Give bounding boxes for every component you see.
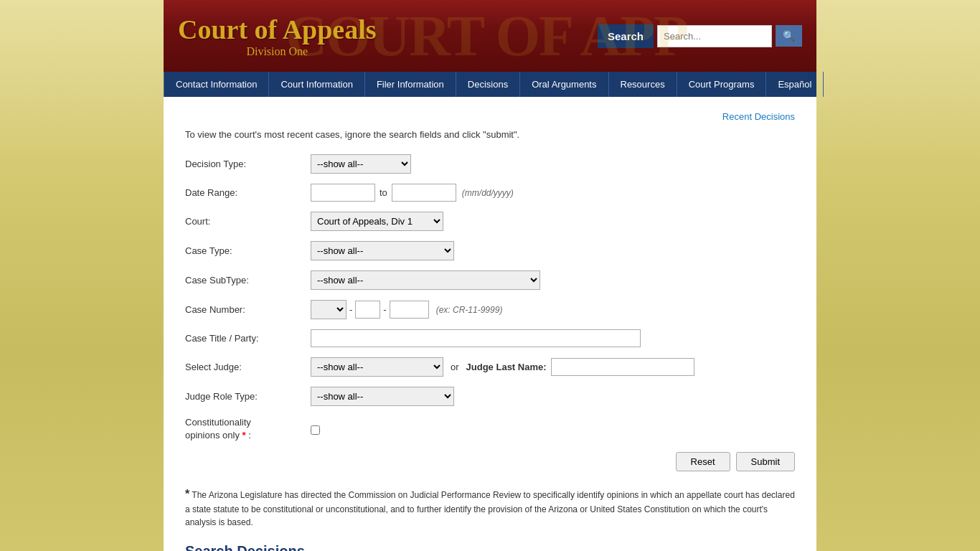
date-from-input[interactable] — [311, 184, 375, 202]
case-subtype-row: Case SubType: --show all-- — [185, 270, 795, 290]
constitutionality-checkbox[interactable] — [311, 425, 320, 435]
recent-decisions-link[interactable]: Recent Decisions — [722, 111, 795, 122]
case-type-select[interactable]: --show all-- — [311, 241, 454, 260]
case-number-mid-input[interactable] — [355, 301, 380, 319]
constitutionality-row: Constitutionality opinions only * : — [185, 416, 795, 442]
recent-decisions-section: Recent Decisions — [185, 111, 795, 122]
nav-court-programs[interactable]: Court Programs — [677, 72, 766, 97]
date-to-input[interactable] — [392, 184, 456, 202]
main-content: Recent Decisions To view the court's mos… — [164, 97, 816, 551]
case-number-label: Case Number: — [185, 304, 311, 315]
case-number-inputs: CR CA CV - - (ex: CR-11-9999) — [311, 300, 502, 319]
judge-role-label: Judge Role Type: — [185, 391, 311, 402]
judge-last-name-input[interactable] — [551, 358, 694, 376]
select-judge-row: Select Judge: --show all-- or Judge Last… — [185, 357, 795, 377]
site-subtitle: Division One — [178, 45, 377, 58]
submit-button[interactable]: Submit — [736, 452, 795, 471]
select-judge-select[interactable]: --show all-- — [311, 357, 443, 377]
case-type-row: Case Type: --show all-- — [185, 241, 795, 260]
search-label: Search — [598, 24, 654, 48]
nav-court-information[interactable]: Court Information — [269, 72, 364, 97]
date-format-hint: (mm/dd/yyyy) — [462, 188, 514, 198]
case-type-label: Case Type: — [185, 245, 311, 256]
site-title: Court of Appeals — [178, 14, 377, 45]
search-form: Decision Type: --show all-- Date Range: … — [185, 154, 795, 471]
header-search-area: Search 🔍 — [598, 24, 802, 48]
or-label: or — [451, 362, 459, 372]
nav-filer-information[interactable]: Filer Information — [365, 72, 456, 97]
site-logo: Court of Appeals Division One — [178, 14, 377, 58]
court-row: Court: Court of Appeals, Div 1 — [185, 212, 795, 231]
nav-resources[interactable]: Resources — [609, 72, 677, 97]
nav-oral-arguments[interactable]: Oral Arguments — [520, 72, 608, 97]
search-button[interactable]: 🔍 — [776, 25, 802, 47]
judge-role-select[interactable]: --show all-- — [311, 387, 454, 406]
form-buttons-row: Reset Submit — [185, 452, 795, 471]
date-range-row: Date Range: to (mm/dd/yyyy) — [185, 184, 795, 202]
decision-type-select[interactable]: --show all-- — [311, 154, 411, 174]
date-range-label: Date Range: — [185, 187, 311, 198]
court-label: Court: — [185, 216, 311, 227]
site-header: Court of Appeals Division One COURT OF A… — [164, 0, 816, 72]
judge-last-name-label: Judge Last Name: — [466, 362, 547, 372]
case-number-dash1: - — [349, 304, 352, 315]
nav-contact-information[interactable]: Contact Information — [164, 72, 268, 97]
case-number-hint: (ex: CR-11-9999) — [436, 305, 503, 315]
case-number-row: Case Number: CR CA CV - - (ex: CR-11-999… — [185, 300, 795, 319]
date-separator: to — [380, 187, 387, 198]
intro-text: To view the court's most recent cases, i… — [185, 129, 795, 140]
case-subtype-select[interactable]: --show all-- — [311, 270, 540, 290]
nav-decisions[interactable]: Decisions — [456, 72, 519, 97]
search-input[interactable] — [657, 25, 772, 47]
nav-espanol[interactable]: Español — [766, 72, 823, 97]
reset-button[interactable]: Reset — [676, 452, 730, 471]
constitutionality-label: Constitutionality opinions only * : — [185, 416, 311, 442]
case-number-dash2: - — [383, 304, 386, 315]
case-title-label: Case Title / Party: — [185, 333, 311, 344]
judge-role-row: Judge Role Type: --show all-- — [185, 387, 795, 406]
select-judge-label: Select Judge: — [185, 362, 311, 372]
case-number-end-input[interactable] — [390, 301, 429, 319]
case-subtype-label: Case SubType: — [185, 275, 311, 286]
case-number-prefix-select[interactable]: CR CA CV — [311, 300, 347, 319]
decision-type-label: Decision Type: — [185, 159, 311, 169]
main-nav: Contact Information Court Information Fi… — [164, 72, 816, 97]
footer-note: * The Arizona Legislature has directed t… — [185, 486, 795, 529]
decision-type-row: Decision Type: --show all-- — [185, 154, 795, 174]
court-select[interactable]: Court of Appeals, Div 1 — [311, 212, 443, 231]
search-decisions-heading: Search Decisions — [185, 543, 795, 551]
case-title-input[interactable] — [311, 329, 641, 347]
case-title-row: Case Title / Party: — [185, 329, 795, 347]
